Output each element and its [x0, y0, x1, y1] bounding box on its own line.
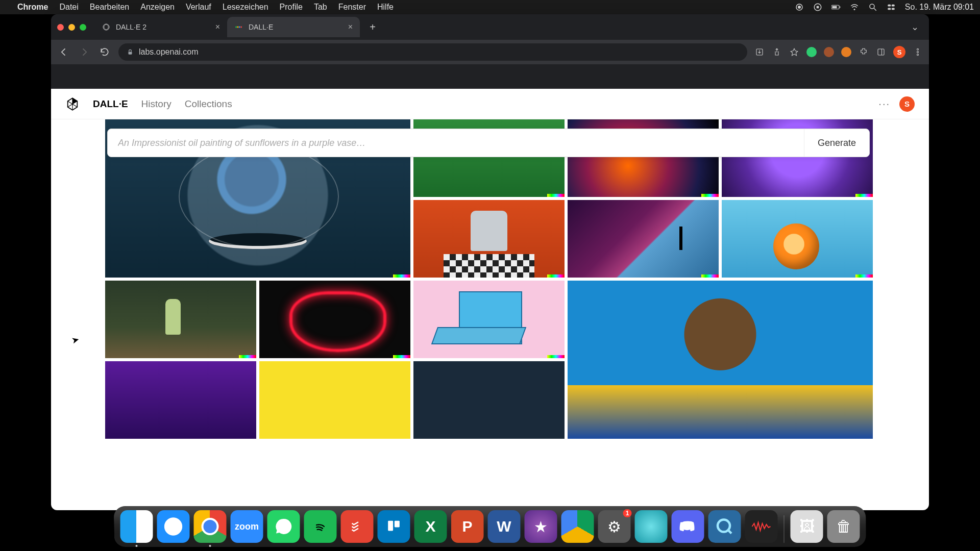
dalle-watermark-icon [855, 436, 873, 439]
address-bar: labs.openai.com S [51, 40, 929, 64]
dalle-watermark-icon [855, 274, 873, 278]
tabs-dropdown-icon[interactable]: ⌄ [911, 21, 923, 33]
tab-dalle[interactable]: DALL·E × [227, 17, 360, 37]
dock-zoom[interactable]: zoom [231, 510, 263, 543]
menu-datei[interactable]: Datei [59, 3, 78, 12]
dock-voice-memos[interactable] [745, 510, 778, 543]
extensions-puzzle-icon[interactable] [859, 47, 869, 57]
svg-rect-13 [892, 8, 895, 10]
generate-button[interactable]: Generate [804, 129, 869, 157]
search-icon[interactable] [868, 3, 877, 12]
dock-google-drive[interactable] [561, 510, 594, 543]
window-close-button[interactable] [57, 24, 64, 31]
gallery-tile-silhouette-dunes[interactable] [568, 200, 719, 278]
extension-brown-icon[interactable] [824, 47, 834, 57]
sidepanel-icon[interactable] [876, 47, 886, 57]
chrome-menu-icon[interactable] [913, 47, 923, 57]
dock-trello[interactable] [378, 510, 410, 543]
dock-imovie[interactable]: ★ [525, 510, 557, 543]
svg-line-9 [874, 8, 876, 11]
svg-point-1 [798, 6, 801, 9]
reload-button[interactable] [98, 45, 111, 59]
window-maximize-button[interactable] [80, 24, 86, 31]
dalle-watermark-icon [701, 274, 719, 278]
tab-dalle2[interactable]: DALL·E 2 × [94, 17, 227, 37]
tab-close-icon[interactable]: × [348, 22, 353, 32]
menubar-app-name[interactable]: Chrome [17, 3, 48, 12]
dock-safari[interactable] [157, 510, 190, 543]
menu-bearbeiten[interactable]: Bearbeiten [90, 3, 129, 12]
gallery-tile-small-dark[interactable] [413, 361, 565, 439]
share-icon[interactable] [772, 47, 782, 57]
gallery-tile-orange[interactable] [722, 200, 873, 278]
dock-discord[interactable] [672, 510, 704, 543]
image-gallery [105, 119, 873, 510]
record-icon[interactable] [795, 3, 804, 12]
extension-orange-icon[interactable] [841, 47, 851, 57]
nav-collections[interactable]: Collections [185, 98, 232, 110]
menubar-datetime[interactable]: So. 19. März 09:01 [905, 3, 974, 12]
menu-hilfe[interactable]: Hilfe [377, 3, 394, 12]
control-center-icon[interactable] [887, 3, 896, 12]
macos-dock: zoom X P W ★ ⚙1 🖼 🗑 [114, 506, 866, 547]
menu-lesezeichen[interactable]: Lesezeichen [223, 3, 268, 12]
dock-quicktime[interactable] [708, 510, 741, 543]
url-field[interactable]: labs.openai.com [118, 43, 747, 61]
wifi-icon[interactable] [850, 3, 859, 12]
dock-preview[interactable]: 🖼 [791, 510, 823, 543]
menu-verlauf[interactable]: Verlauf [186, 3, 211, 12]
prompt-bar: Generate [107, 129, 870, 157]
dock-spotify[interactable] [304, 510, 337, 543]
lock-icon [127, 48, 134, 56]
nav-dalle[interactable]: DALL·E [93, 98, 128, 110]
dalle-watermark-icon [239, 355, 256, 358]
dock-whatsapp[interactable] [267, 510, 300, 543]
svg-rect-12 [888, 8, 891, 10]
extension-green-icon[interactable] [806, 47, 817, 57]
dalle-watermark-icon [701, 194, 719, 197]
forward-button[interactable] [78, 45, 91, 59]
gallery-tile-astronaut[interactable] [105, 281, 256, 358]
back-button[interactable] [57, 45, 70, 59]
page-content: DALL·E History Collections ··· S Generat… [51, 89, 929, 510]
dock-excel[interactable]: X [414, 510, 447, 543]
dalle-favicon-icon [234, 22, 243, 32]
gallery-tile-robot-chess[interactable] [413, 200, 565, 278]
dalle-watermark-icon [393, 355, 410, 358]
install-icon[interactable] [754, 47, 765, 57]
menu-anzeigen[interactable]: Anzeigen [140, 3, 175, 12]
macos-menubar: Chrome Datei Bearbeiten Anzeigen Verlauf… [0, 0, 980, 14]
user-avatar[interactable]: S [899, 96, 915, 112]
dock-trash[interactable]: 🗑 [827, 510, 860, 543]
stop-icon[interactable] [813, 3, 822, 12]
bookmark-star-icon[interactable] [789, 47, 799, 57]
dock-chrome[interactable] [194, 510, 227, 543]
dock-app-teal[interactable] [635, 510, 668, 543]
profile-avatar[interactable]: S [893, 46, 905, 58]
tab-close-icon[interactable]: × [215, 22, 220, 32]
dock-powerpoint[interactable]: P [451, 510, 484, 543]
dock-word[interactable]: W [488, 510, 521, 543]
window-minimize-button[interactable] [68, 24, 75, 31]
menu-fenster[interactable]: Fenster [338, 3, 366, 12]
menu-tab[interactable]: Tab [314, 3, 327, 12]
nav-history[interactable]: History [141, 98, 172, 110]
svg-marker-23 [791, 48, 798, 56]
gallery-tile-small-purple[interactable] [105, 361, 256, 439]
prompt-input[interactable] [108, 138, 804, 148]
dalle-watermark-icon [393, 274, 410, 278]
gallery-tile-portrait[interactable] [568, 281, 873, 439]
battery-icon[interactable] [831, 3, 841, 12]
openai-logo-icon[interactable] [65, 97, 80, 111]
gallery-tile-small-yellow[interactable] [259, 361, 410, 439]
new-tab-button[interactable]: + [365, 21, 380, 33]
gallery-tile-retro-computer[interactable] [413, 281, 565, 358]
gallery-tile-neon-face[interactable] [259, 281, 410, 358]
svg-rect-5 [832, 6, 837, 9]
url-text: labs.openai.com [139, 47, 199, 57]
menu-profile[interactable]: Profile [280, 3, 303, 12]
dock-finder[interactable] [120, 510, 153, 543]
dock-system-settings[interactable]: ⚙1 [598, 510, 631, 543]
dock-todoist[interactable] [341, 510, 374, 543]
more-menu-button[interactable]: ··· [878, 98, 890, 110]
